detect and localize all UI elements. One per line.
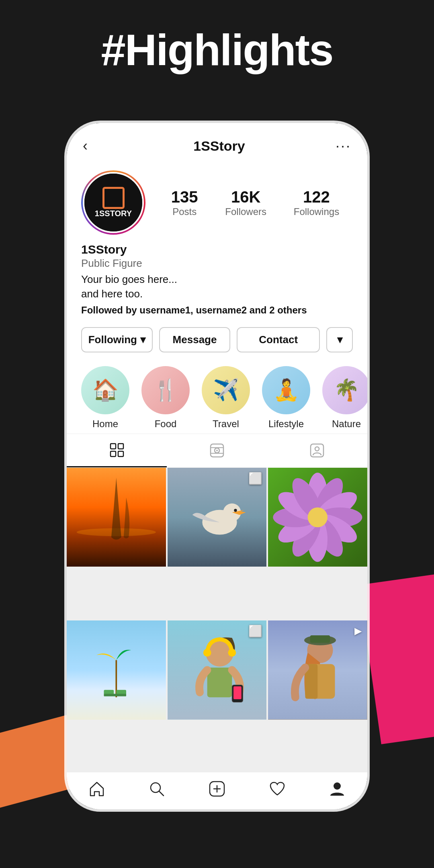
followed-by-names: username1, username2 and 2 others xyxy=(139,305,307,315)
nav-profile[interactable] xyxy=(307,780,367,797)
svg-rect-40 xyxy=(233,686,242,699)
followers-label: Followers xyxy=(225,206,266,217)
highlight-label-nature: Nature xyxy=(332,418,361,430)
bio-category: Public Figure xyxy=(81,257,353,270)
posts-label: Posts xyxy=(172,206,197,217)
grid-badge-5: ⬜ xyxy=(248,624,262,638)
bio-followed: Followed by username1, username2 and 2 o… xyxy=(81,305,353,316)
tab-reels[interactable] xyxy=(167,434,267,467)
message-button[interactable]: Message xyxy=(159,327,231,352)
nav-search[interactable] xyxy=(127,780,187,797)
avatar-ring: 1SSTORY xyxy=(81,170,145,235)
bio-name: 1SStory xyxy=(81,243,353,256)
svg-point-41 xyxy=(203,649,211,657)
highlight-label-travel: Travel xyxy=(213,418,239,430)
logo-square-icon xyxy=(102,187,125,209)
highlight-home[interactable]: 🏠 Home xyxy=(81,366,129,430)
svg-rect-38 xyxy=(207,668,232,698)
grid-cell-1[interactable] xyxy=(67,468,166,567)
svg-point-42 xyxy=(228,649,236,657)
bottom-nav xyxy=(67,772,367,809)
svg-point-54 xyxy=(334,782,341,790)
grid-badge-6: ▶ xyxy=(354,625,362,637)
svg-rect-0 xyxy=(111,444,116,449)
followings-count: 122 xyxy=(294,188,339,206)
profile-username-title: 1SStory xyxy=(193,138,245,154)
svg-rect-35 xyxy=(104,694,126,696)
grid-badge-2: ⬜ xyxy=(248,472,262,485)
grid-cell-6[interactable]: ▶ xyxy=(268,620,367,720)
grid-cell-4[interactable] xyxy=(67,620,166,720)
contact-button[interactable]: Contact xyxy=(237,327,320,352)
bio-line2: and here too. xyxy=(81,288,143,300)
highlight-label-food: Food xyxy=(155,418,177,430)
avatar-inner: 1SSTORY xyxy=(83,172,144,233)
svg-rect-46 xyxy=(310,635,330,643)
top-bar: ‹ 1SStory ··· xyxy=(67,123,367,162)
chevron-down-icon: ▾ xyxy=(140,334,145,346)
highlight-circle-travel: ✈️ xyxy=(202,366,250,414)
followed-by-prefix: Followed by xyxy=(81,305,139,315)
dropdown-button[interactable]: ▾ xyxy=(326,327,353,352)
svg-rect-3 xyxy=(118,451,123,457)
logo-text: 1SSTORY xyxy=(95,209,132,218)
followers-count: 16K xyxy=(225,188,266,206)
page-title: #Highlights xyxy=(0,24,434,75)
phone-frame: ‹ 1SStory ··· 1SSTORY xyxy=(64,121,370,812)
cell-beach-bg xyxy=(67,620,166,720)
profile-section: 1SSTORY 135 Posts 16K Followers 122 Foll xyxy=(67,162,367,239)
highlight-circle-food: 🍴 xyxy=(141,366,190,414)
highlight-nature[interactable]: 🌴 Nature xyxy=(322,366,367,430)
stat-posts[interactable]: 135 Posts xyxy=(171,188,198,217)
phone-screen: ‹ 1SStory ··· 1SSTORY xyxy=(67,123,367,809)
nav-create[interactable] xyxy=(187,780,247,797)
bio-line1: Your bio goes here... xyxy=(81,273,177,285)
tab-tagged[interactable] xyxy=(267,434,367,467)
svg-rect-2 xyxy=(111,451,116,457)
photo-grid: ⬜ xyxy=(67,468,367,772)
highlight-food[interactable]: 🍴 Food xyxy=(141,366,190,430)
highlight-label-lifestyle: Lifestyle xyxy=(268,418,304,430)
nav-home[interactable] xyxy=(67,780,127,797)
svg-point-10 xyxy=(315,447,319,451)
followings-label: Followings xyxy=(294,206,339,217)
dropdown-chevron-icon: ▾ xyxy=(337,334,342,346)
svg-line-50 xyxy=(159,791,164,796)
cell-sunset-bg xyxy=(67,468,166,567)
svg-point-6 xyxy=(216,450,218,451)
svg-rect-1 xyxy=(118,444,123,449)
bg-decoration-pink xyxy=(359,574,434,744)
avatar[interactable]: 1SSTORY xyxy=(81,170,145,235)
grid-cell-2[interactable]: ⬜ xyxy=(168,468,267,567)
stat-followers[interactable]: 16K Followers xyxy=(225,188,266,217)
more-options-button[interactable]: ··· xyxy=(336,137,351,154)
highlights-section: 🏠 Home 🍴 Food ✈️ Travel 🧘 Lifestyle 🌴 Na… xyxy=(67,358,367,434)
highlight-travel[interactable]: ✈️ Travel xyxy=(202,366,250,430)
highlight-lifestyle[interactable]: 🧘 Lifestyle xyxy=(262,366,310,430)
cell-woman-bg xyxy=(268,620,367,720)
avatar-logo: 1SSTORY xyxy=(84,174,142,231)
stats-container: 135 Posts 16K Followers 122 Followings xyxy=(158,188,353,217)
svg-point-16 xyxy=(234,509,237,512)
highlight-circle-nature: 🌴 xyxy=(322,366,367,414)
action-buttons: Following ▾ Message Contact ▾ xyxy=(67,321,367,358)
nav-likes[interactable] xyxy=(247,780,307,797)
back-button[interactable]: ‹ xyxy=(83,137,103,154)
cell-flower-bg xyxy=(268,468,367,567)
svg-point-30 xyxy=(308,507,328,527)
grid-cell-5[interactable]: ⬜ xyxy=(168,620,267,720)
bio-section: 1SStory Public Figure Your bio goes here… xyxy=(67,239,367,321)
highlight-circle-home: 🏠 xyxy=(81,366,129,414)
posts-count: 135 xyxy=(171,188,198,206)
stat-followings[interactable]: 122 Followings xyxy=(294,188,339,217)
tab-grid[interactable] xyxy=(67,434,167,467)
grid-cell-3[interactable] xyxy=(268,468,367,567)
following-button[interactable]: Following ▾ xyxy=(81,327,153,352)
highlight-label-home: Home xyxy=(92,418,118,430)
tab-bar xyxy=(67,434,367,468)
highlight-circle-lifestyle: 🧘 xyxy=(262,366,310,414)
bio-text: Your bio goes here... and here too. xyxy=(81,272,353,301)
